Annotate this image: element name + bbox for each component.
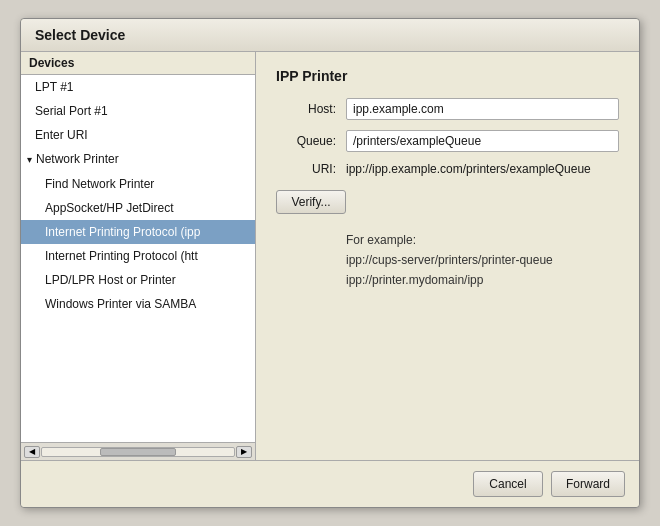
queue-input[interactable] xyxy=(346,130,619,152)
queue-label: Queue: xyxy=(276,134,336,148)
uri-value: ipp://ipp.example.com/printers/exampleQu… xyxy=(346,162,591,176)
example-line1: ipp://cups-server/printers/printer-queue xyxy=(346,250,619,270)
dialog-body: Devices LPT #1 Serial Port #1 Enter URI … xyxy=(21,52,639,460)
scrollbar-thumb[interactable] xyxy=(100,448,177,456)
uri-label: URI: xyxy=(276,162,336,176)
dialog-footer: Cancel Forward xyxy=(21,460,639,507)
scrollbar-track[interactable] xyxy=(41,447,235,457)
example-title: For example: xyxy=(346,230,619,250)
host-input[interactable] xyxy=(346,98,619,120)
queue-row: Queue: xyxy=(276,130,619,152)
tree-item-lpd-lpr[interactable]: LPD/LPR Host or Printer xyxy=(21,268,255,292)
tree-item-ipp-http[interactable]: Internet Printing Protocol (htt xyxy=(21,244,255,268)
example-section: For example: ipp://cups-server/printers/… xyxy=(276,230,619,290)
left-panel: Devices LPT #1 Serial Port #1 Enter URI … xyxy=(21,52,256,460)
tree-item-windows-samba[interactable]: Windows Printer via SAMBA xyxy=(21,292,255,316)
scroll-right-btn[interactable]: ▶ xyxy=(236,446,252,458)
dialog-title: Select Device xyxy=(21,19,639,52)
tree-item-network-printer[interactable]: ▾Network Printer xyxy=(21,147,255,172)
example-line2: ipp://printer.mydomain/ipp xyxy=(346,270,619,290)
tree-item-enter-uri[interactable]: Enter URI xyxy=(21,123,255,147)
devices-header: Devices xyxy=(21,52,255,75)
tree-item-appsocket[interactable]: AppSocket/HP JetDirect xyxy=(21,196,255,220)
host-label: Host: xyxy=(276,102,336,116)
ipp-printer-title: IPP Printer xyxy=(276,68,619,84)
right-panel: IPP Printer Host: Queue: URI: ipp://ipp.… xyxy=(256,52,639,460)
forward-button[interactable]: Forward xyxy=(551,471,625,497)
expand-triangle-icon: ▾ xyxy=(27,150,32,170)
tree-item-find-network[interactable]: Find Network Printer xyxy=(21,172,255,196)
tree-item-lpt1[interactable]: LPT #1 xyxy=(21,75,255,99)
verify-button[interactable]: Verify... xyxy=(276,190,346,214)
uri-row: URI: ipp://ipp.example.com/printers/exam… xyxy=(276,162,619,176)
verify-row: Verify... xyxy=(276,190,619,214)
horizontal-scrollbar[interactable]: ◀ ▶ xyxy=(21,442,255,460)
select-device-dialog: Select Device Devices LPT #1 Serial Port… xyxy=(20,18,640,508)
device-tree: LPT #1 Serial Port #1 Enter URI ▾Network… xyxy=(21,75,255,442)
scroll-left-btn[interactable]: ◀ xyxy=(24,446,40,458)
tree-item-ipp-ipp[interactable]: Internet Printing Protocol (ipp xyxy=(21,220,255,244)
tree-item-serial1[interactable]: Serial Port #1 xyxy=(21,99,255,123)
cancel-button[interactable]: Cancel xyxy=(473,471,543,497)
host-row: Host: xyxy=(276,98,619,120)
